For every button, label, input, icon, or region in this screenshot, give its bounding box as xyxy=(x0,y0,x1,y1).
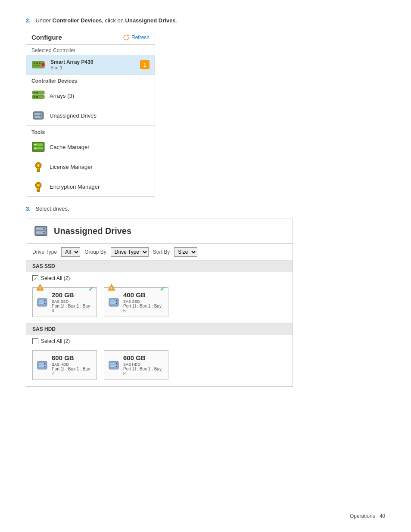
drive3-inner: 600 GB SAS HDD Port 1I : Box 1 : Bay 7 xyxy=(36,354,93,376)
sidebar-item-license-manager[interactable]: License Manager xyxy=(26,157,155,177)
warning-icon-drive1: ! xyxy=(36,283,44,291)
warning-icon-drive2: ! xyxy=(108,283,115,291)
step3-instruction: 3. Select drives. xyxy=(26,205,385,212)
refresh-label: Refresh xyxy=(131,34,149,40)
drive1-size: 200 GB xyxy=(52,291,93,299)
sidebar-item-encryption-manager[interactable]: Encryption Manager xyxy=(26,177,155,196)
sidebar-item-cache-manager[interactable]: Cache Manager xyxy=(26,137,155,157)
drive4-info: 600 GB SAS HDD Port 1I : Box 1 : Bay 8 xyxy=(123,354,165,376)
unassigned-drives-label: Unassigned Drives xyxy=(50,112,97,119)
ua-header-icon xyxy=(33,224,49,237)
drive-icon-2 xyxy=(108,296,120,308)
drive-card-4[interactable]: 600 GB SAS HDD Port 1I : Box 1 : Bay 8 xyxy=(104,350,168,380)
drive4-location: Port 1I : Box 1 : Bay 8 xyxy=(123,367,165,376)
svg-point-35 xyxy=(43,228,45,230)
svg-point-54 xyxy=(44,363,46,364)
drive-card-3[interactable]: 600 GB SAS HDD Port 1I : Box 1 : Bay 7 xyxy=(32,350,97,380)
sas-hdd-drives-row: 600 GB SAS HDD Port 1I : Box 1 : Bay 7 xyxy=(26,348,293,386)
drive4-type: SAS HDD xyxy=(123,362,165,367)
svg-text:!: ! xyxy=(40,286,41,290)
sidebar-item-arrays[interactable]: Arrays (3) xyxy=(26,86,155,106)
drive4-size: 600 GB xyxy=(123,354,165,361)
svg-rect-22 xyxy=(34,144,36,145)
ua-panel-title: Unassigned Drives xyxy=(54,226,131,236)
drive3-type: SAS HDD xyxy=(52,362,93,367)
step2-text-end: . xyxy=(176,17,177,24)
controller-badge: 1 xyxy=(140,60,149,69)
drive3-size: 600 GB xyxy=(52,354,93,361)
drive-card-2[interactable]: ! ✓ 400 GB SAS SSD Port 1I : Box 1 : Bay xyxy=(104,287,168,317)
configure-title: Configure xyxy=(31,34,62,41)
svg-point-36 xyxy=(43,232,45,233)
svg-rect-3 xyxy=(36,62,38,64)
svg-point-49 xyxy=(116,300,117,301)
step3-number: 3. xyxy=(26,205,31,212)
svg-rect-23 xyxy=(34,148,36,149)
svg-rect-11 xyxy=(36,92,38,93)
drive-icon-1 xyxy=(36,296,48,308)
svg-rect-5 xyxy=(34,65,40,66)
drive-group-sas-hdd: SAS HDD Select All (2) 600 GB xyxy=(26,324,293,386)
svg-rect-14 xyxy=(33,112,44,119)
svg-point-7 xyxy=(42,63,44,66)
drive-group-sas-ssd: SAS SSD Select All (2) ! ✓ xyxy=(26,261,293,324)
svg-point-42 xyxy=(44,300,46,301)
svg-point-26 xyxy=(37,164,40,167)
step2-text-mid: , click on xyxy=(102,17,125,24)
footer-operations: Operations xyxy=(350,513,375,519)
drive2-type: SAS SSD xyxy=(123,299,165,304)
drive1-inner: 200 GB SAS SSD Port 1I : Box 1 : Bay 4 xyxy=(36,291,93,313)
svg-point-50 xyxy=(116,302,117,304)
sas-hdd-select-all-checkbox[interactable] xyxy=(32,338,38,344)
sas-ssd-select-all-checkbox[interactable] xyxy=(32,275,38,281)
sas-ssd-select-all-label: Select All (2) xyxy=(41,275,70,281)
svg-point-18 xyxy=(40,116,42,118)
sas-ssd-select-all-row: Select All (2) xyxy=(26,272,293,285)
drive-icon-3 xyxy=(36,359,48,371)
drive4-inner: 600 GB SAS HDD Port 1I : Box 1 : Bay 8 xyxy=(108,354,165,376)
svg-rect-10 xyxy=(34,92,35,93)
step2-bold1: Controller Devices xyxy=(53,17,102,24)
footer-page: 40 xyxy=(380,513,385,519)
svg-rect-13 xyxy=(36,96,38,98)
drive2-size: 400 GB xyxy=(123,291,165,299)
svg-rect-31 xyxy=(37,188,39,189)
refresh-icon xyxy=(123,34,130,41)
svg-rect-29 xyxy=(37,187,40,192)
svg-point-17 xyxy=(40,113,42,115)
svg-rect-27 xyxy=(37,168,39,169)
refresh-button[interactable]: Refresh xyxy=(123,34,149,41)
svg-point-30 xyxy=(37,184,40,187)
sas-ssd-header: SAS SSD xyxy=(26,261,293,272)
drive3-location: Port 1I : Box 1 : Bay 7 xyxy=(52,367,93,376)
license-manager-icon xyxy=(31,161,45,172)
drive3-info: 600 GB SAS HDD Port 1I : Box 1 : Bay 7 xyxy=(52,354,93,376)
unassigned-drives-icon xyxy=(31,110,45,121)
step2-instruction: 2. Under Controller Devices, click on Un… xyxy=(26,17,385,24)
drive1-location: Port 1I : Box 1 : Bay 4 xyxy=(52,304,93,313)
arrays-icon xyxy=(31,90,45,101)
sort-by-label: Sort By xyxy=(153,249,170,255)
drive-icon-4 xyxy=(108,359,120,371)
unassigned-drives-panel: Unassigned Drives Drive Type All Group B… xyxy=(26,218,293,387)
drive-type-select[interactable]: All xyxy=(61,247,80,257)
svg-rect-2 xyxy=(34,62,35,64)
sas-hdd-select-all-row: Select All (2) xyxy=(26,335,293,348)
ua-filters: Drive Type All Group By Drive Type Sort … xyxy=(26,244,293,261)
svg-rect-25 xyxy=(37,168,40,172)
group-by-select[interactable]: Drive Type xyxy=(111,247,149,257)
drive-card-1[interactable]: ! ✓ 200 GB SAS SSD Port 1I : Bo xyxy=(32,287,97,317)
sidebar-item-unassigned-drives[interactable]: Unassigned Drives xyxy=(26,106,155,125)
drive2-location: Port 1I : Box 1 : Bay 5 xyxy=(123,304,165,313)
svg-point-60 xyxy=(116,365,117,367)
configure-header: Configure Refresh xyxy=(26,30,155,45)
svg-text:!: ! xyxy=(111,286,112,290)
controller-item[interactable]: Smart Array P430 Slot 1 1 xyxy=(26,55,155,75)
sort-by-select[interactable]: Size xyxy=(174,247,197,257)
controller-icon xyxy=(31,59,47,71)
ua-panel-header: Unassigned Drives xyxy=(26,218,293,244)
svg-rect-12 xyxy=(34,96,35,98)
step2-text-before: Under xyxy=(35,17,52,24)
selected-controller-label: Selected Controller xyxy=(26,45,155,55)
controller-slot: Slot 1 xyxy=(50,65,140,70)
